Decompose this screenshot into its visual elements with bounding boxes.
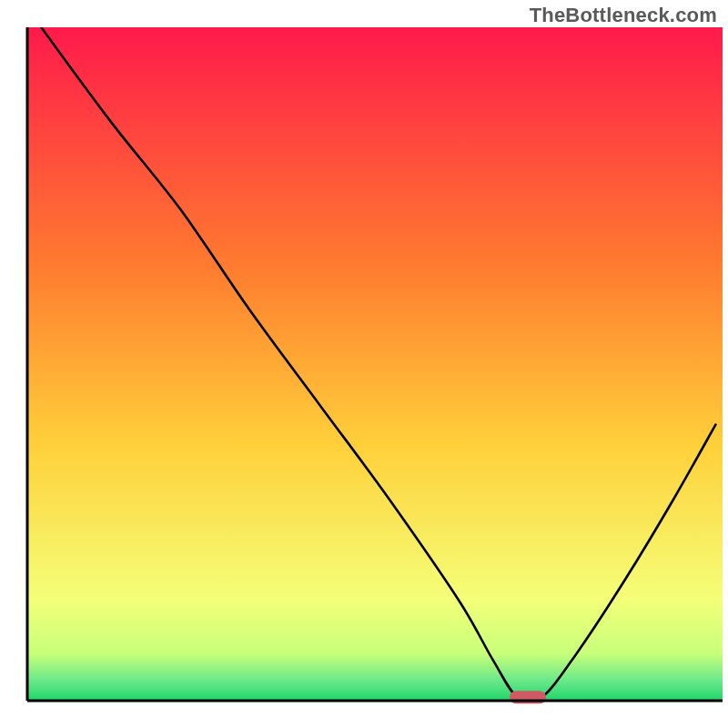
bottleneck-chart — [0, 0, 728, 728]
plot-background — [27, 27, 723, 701]
chart-stage: TheBottleneck.com — [0, 0, 728, 728]
